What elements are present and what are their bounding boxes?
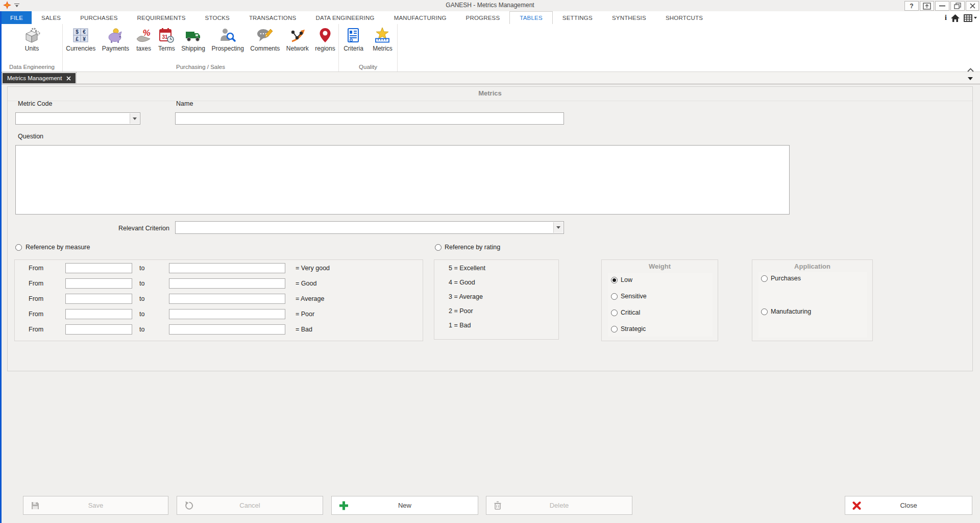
chevron-down-icon[interactable]: [130, 113, 139, 124]
metric-code-label: Metric Code: [18, 100, 52, 107]
from-input-1[interactable]: [65, 263, 132, 273]
ribbon-button-payments[interactable]: Payments: [100, 26, 132, 53]
ribbon-button-regions[interactable]: regions: [312, 26, 337, 53]
red-x-icon: [852, 501, 861, 510]
home-icon[interactable]: [951, 14, 960, 22]
menu-tab-settings[interactable]: SETTINGS: [553, 11, 602, 24]
cancel-button[interactable]: Cancel: [177, 496, 323, 515]
reference-by-measure-radio[interactable]: [15, 244, 22, 251]
application-purchases-radio[interactable]: [761, 275, 768, 282]
document-tab-metrics-management[interactable]: Metrics Management: [3, 73, 76, 83]
to-input-3[interactable]: [169, 294, 285, 304]
name-input[interactable]: [175, 112, 564, 125]
close-window-button[interactable]: [966, 1, 979, 11]
ribbon: Units Data Engineering $€£¥ Currencies P…: [2, 24, 980, 72]
trash-icon: [494, 501, 502, 510]
question-textarea[interactable]: [15, 145, 790, 215]
svg-text:$: $: [76, 29, 79, 35]
comments-icon: [257, 27, 273, 43]
tab-close-icon[interactable]: [66, 76, 71, 81]
menu-tab-manufacturing[interactable]: MANUFACTURING: [384, 11, 456, 24]
from-input-4[interactable]: [65, 309, 132, 319]
to-input-1[interactable]: [169, 263, 285, 273]
prospecting-icon: [219, 27, 236, 43]
menu-tab-sales[interactable]: SALES: [32, 11, 70, 24]
from-input-5[interactable]: [65, 324, 132, 335]
weight-sensitive-radio[interactable]: [611, 293, 618, 300]
from-input-3[interactable]: [65, 294, 132, 304]
window-title: GANESH - Metrics Management: [0, 2, 980, 9]
close-button[interactable]: Close: [845, 496, 972, 515]
to-label: to: [139, 311, 144, 318]
question-label: Question: [18, 133, 43, 140]
tab-list-dropdown-icon[interactable]: [968, 77, 973, 80]
title-bar: GANESH - Metrics Management ?: [0, 0, 980, 11]
save-button[interactable]: Save: [23, 496, 168, 515]
ribbon-button-units[interactable]: Units: [21, 26, 43, 53]
rating-item: 2 = Poor: [449, 307, 473, 315]
application-manufacturing-label: Manufacturing: [771, 308, 811, 315]
equals-label: = Very good: [296, 265, 330, 272]
ribbon-button-criteria[interactable]: Criteria: [341, 26, 366, 53]
help-button[interactable]: ?: [904, 1, 919, 11]
relevant-criterion-combobox[interactable]: [175, 221, 564, 234]
weight-strategic-radio[interactable]: [611, 326, 618, 332]
ribbon-button-prospecting[interactable]: Prospecting: [209, 26, 246, 53]
delete-button-label: Delete: [550, 502, 569, 509]
rating-item: 1 = Bad: [449, 322, 471, 329]
menu-tab-transactions[interactable]: TRANSACTIONS: [239, 11, 306, 24]
menu-tab-stocks[interactable]: STOCKS: [195, 11, 239, 24]
close-button-label: Close: [900, 502, 917, 509]
weight-low-label: Low: [621, 276, 632, 283]
equals-label: = Poor: [296, 311, 314, 318]
table-menu-icon[interactable]: [964, 14, 977, 22]
svg-text:¥: ¥: [83, 36, 86, 42]
ribbon-button-terms[interactable]: 31 Terms: [156, 26, 178, 53]
ribbon-group-purchasing-sales: $€£¥ Currencies Payments % taxes: [63, 24, 339, 72]
menu-tab-requirements[interactable]: REQUIREMENTS: [128, 11, 195, 24]
weight-critical-radio[interactable]: [611, 310, 618, 316]
from-input-2[interactable]: [65, 278, 132, 289]
menu-tab-purchases[interactable]: PURCHASES: [70, 11, 127, 24]
ribbon-button-shipping[interactable]: Shipping: [179, 26, 208, 53]
menu-tab-shortcuts[interactable]: SHORTCUTS: [656, 11, 713, 24]
restore-button[interactable]: [950, 1, 965, 11]
name-label: Name: [176, 100, 193, 107]
menu-tab-synthesis[interactable]: SYNTHESIS: [602, 11, 656, 24]
ribbon-button-metrics[interactable]: Metrics: [370, 26, 395, 53]
ribbon-button-label: Comments: [250, 45, 280, 52]
to-input-5[interactable]: [169, 324, 285, 335]
plus-icon: [339, 501, 349, 510]
weight-critical-label: Critical: [621, 309, 640, 316]
pin-ribbon-button[interactable]: [920, 1, 934, 11]
application-manufacturing-radio[interactable]: [761, 308, 768, 315]
menu-tab-tables[interactable]: TABLES: [509, 11, 552, 24]
menu-tab-progress[interactable]: PROGRESS: [456, 11, 510, 24]
window-left-border: [0, 11, 2, 523]
weight-panel: Weight Low Sensitive Critical Strategic: [601, 259, 718, 341]
new-button-label: New: [398, 502, 411, 509]
to-label: to: [139, 280, 144, 287]
delete-button[interactable]: Delete: [486, 496, 632, 515]
chevron-down-icon[interactable]: [553, 222, 563, 233]
info-icon[interactable]: i: [945, 14, 947, 22]
application-title: Application: [752, 263, 872, 270]
reference-by-rating-radio[interactable]: [435, 244, 442, 251]
ribbon-button-comments[interactable]: Comments: [248, 26, 282, 53]
new-button[interactable]: New: [331, 496, 478, 515]
metric-code-combobox[interactable]: [15, 112, 140, 125]
menu-tab-file[interactable]: FILE: [2, 11, 32, 24]
ribbon-button-taxes[interactable]: % taxes: [133, 26, 155, 53]
metrics-icon: [374, 27, 390, 43]
menu-tab-data-engineering[interactable]: DATA ENGINEERING: [306, 11, 384, 24]
to-input-4[interactable]: [169, 309, 285, 319]
currencies-icon: $€£¥: [72, 27, 89, 43]
to-label: to: [139, 326, 144, 333]
weight-low-radio[interactable]: [611, 277, 618, 283]
ribbon-button-network[interactable]: Network: [284, 26, 311, 53]
to-label: to: [139, 265, 144, 272]
ribbon-button-currencies[interactable]: $€£¥ Currencies: [63, 26, 98, 53]
ribbon-button-label: Terms: [158, 45, 175, 52]
to-input-2[interactable]: [169, 278, 285, 289]
minimize-button[interactable]: [935, 1, 949, 11]
